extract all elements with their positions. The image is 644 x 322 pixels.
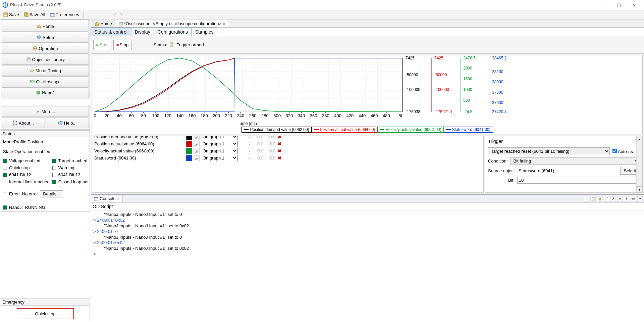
- channel-graph-select[interactable]: On graph 1: [201, 136, 238, 140]
- channel-name: Velocity actual value (606C:00): [94, 148, 185, 153]
- channel-color-swatch[interactable]: [186, 141, 192, 147]
- minimize-button[interactable]: ─: [596, 0, 611, 10]
- sub-tab-status-control[interactable]: Status & control: [91, 28, 131, 36]
- console-tool-4-icon[interactable]: 📄: [604, 196, 609, 201]
- channel-bracket-left-icon[interactable]: ⌐: [239, 155, 245, 160]
- save-button[interactable]: Save: [1, 11, 21, 18]
- legend-item[interactable]: Statusword (6041:00): [444, 127, 493, 133]
- channel-graph-select[interactable]: On graph 1: [201, 141, 238, 147]
- channel-bracket-left-icon[interactable]: ⌐: [239, 136, 245, 139]
- console-tab[interactable]: Console ✕: [92, 195, 123, 202]
- plot-area[interactable]: 0204060801001201401601802002202402602803…: [94, 57, 402, 121]
- console-tool-9-icon[interactable]: ▾: [637, 196, 643, 201]
- sub-tab-samples[interactable]: Samples: [192, 28, 217, 36]
- trigger-header: Trigger: [488, 139, 640, 144]
- channel-bracket-right-icon[interactable]: ¬: [246, 136, 251, 139]
- console-icon: [94, 197, 98, 201]
- bit-input[interactable]: [517, 177, 640, 184]
- channel-color-swatch[interactable]: [186, 155, 192, 161]
- oscilloscope-icon: [30, 79, 35, 84]
- svg-text:200: 200: [213, 113, 220, 118]
- channel-delete-button[interactable]: ✖: [277, 148, 282, 153]
- auto-rearm-label[interactable]: Auto-rearm: [612, 149, 640, 154]
- channel-bracket-right-icon[interactable]: ¬: [246, 155, 251, 160]
- channel-bracket-left-icon[interactable]: ⌐: [239, 141, 245, 146]
- trigger-preset-select[interactable]: Target reached reset (6041 bit 10 fallin…: [488, 147, 610, 155]
- sub-tab-configurations[interactable]: Configurations: [154, 28, 192, 36]
- nav-home[interactable]: Home: [2, 21, 89, 32]
- channel-delete-button[interactable]: ✖: [277, 141, 282, 146]
- svg-text:420: 420: [346, 113, 354, 118]
- nav-operation[interactable]: Operation: [2, 43, 89, 54]
- source-object-value: Statusword (6041): [519, 168, 618, 173]
- trigger-condition-select[interactable]: Bit falling: [511, 157, 640, 165]
- editor-tab-oscilloscope[interactable]: *Oscilloscope: <Empty oscilloscope confi…: [116, 20, 229, 27]
- nav-setup[interactable]: Setup: [2, 32, 89, 43]
- close-button[interactable]: ✕: [626, 0, 641, 10]
- preferences-button[interactable]: Preferences: [48, 11, 81, 18]
- scroll-up-icon[interactable]: ▴: [636, 136, 642, 142]
- svg-text:400: 400: [334, 113, 341, 118]
- channel-edit-button[interactable]: [194, 136, 200, 140]
- channel-delete-button[interactable]: ✖: [277, 136, 282, 139]
- undo-icon[interactable]: [113, 12, 118, 17]
- scroll-down-icon[interactable]: ▾: [636, 186, 642, 192]
- console-close-icon[interactable]: ✕: [117, 197, 120, 200]
- nav-oscilloscope[interactable]: Oscilloscope: [2, 76, 89, 87]
- svg-text:?: ?: [59, 121, 61, 125]
- console-tool-2-icon[interactable]: 📋: [590, 196, 596, 201]
- channel-graph-select[interactable]: On graph 1: [201, 148, 238, 154]
- console-tool-8-icon[interactable]: ▭: [631, 196, 636, 201]
- svg-text:506: 506: [398, 113, 402, 118]
- channel-edit-button[interactable]: [194, 148, 200, 154]
- error-details-button[interactable]: Details...: [40, 190, 63, 197]
- start-button[interactable]: ▶Start: [93, 40, 111, 50]
- sub-tab-display[interactable]: Display: [131, 28, 154, 36]
- channel-edit-button[interactable]: [194, 141, 200, 147]
- console-body[interactable]: "NanoJ Inputs - NanoJ Input #1" set to 0…: [91, 211, 644, 322]
- svg-rect-13: [30, 80, 34, 83]
- legend-item[interactable]: Position actual value (6064:00): [312, 127, 378, 133]
- channel-delete-button[interactable]: ✖: [277, 155, 282, 160]
- save-label: Save: [9, 12, 19, 17]
- nav-help[interactable]: ?Help...: [46, 118, 89, 128]
- channel-bracket-left-icon[interactable]: ⌐: [239, 148, 245, 153]
- nav-motor-tuning[interactable]: Motor Tuning: [2, 65, 89, 76]
- channel-graph-select[interactable]: On graph 1: [201, 155, 238, 161]
- channel-name: Statusword (6041:00): [94, 155, 185, 160]
- svg-rect-112: [94, 197, 98, 198]
- svg-text:20: 20: [105, 113, 109, 118]
- console-tool-5-icon[interactable]: ↗: [610, 196, 616, 201]
- console-tool-6-icon[interactable]: ▭: [617, 196, 623, 201]
- channel-color-swatch[interactable]: [186, 148, 192, 154]
- auto-rearm-checkbox[interactable]: [612, 149, 617, 153]
- quick-stop-button[interactable]: Quick stop: [17, 308, 74, 319]
- editor-tab-home[interactable]: Home: [92, 20, 115, 27]
- flag-box: [52, 159, 56, 163]
- redo-icon[interactable]: [118, 12, 123, 17]
- close-tab-icon[interactable]: ✕: [223, 22, 226, 26]
- flag-label: Internal limit reached: [9, 179, 50, 184]
- nav-more[interactable]: +More...: [2, 106, 89, 117]
- legend-item[interactable]: Velocity actual value (606C:00): [377, 127, 443, 133]
- console-tool-3-icon[interactable]: 🔒: [597, 196, 602, 201]
- save-all-button[interactable]: Save All: [22, 11, 47, 18]
- channel-bracket-right-icon[interactable]: ¬: [246, 148, 251, 153]
- main-toolbar: Save Save All Preferences: [0, 10, 644, 19]
- nav-nanoj[interactable]: NanoJ: [2, 87, 89, 98]
- channel-bracket-right-icon[interactable]: ¬: [246, 141, 251, 146]
- channel-color-swatch[interactable]: [186, 136, 192, 140]
- channel-value-2: 0.0: [265, 141, 275, 146]
- console-tool-1-icon[interactable]: ↔: [584, 196, 589, 201]
- console-tool-7-icon[interactable]: ▾: [624, 196, 629, 201]
- nav-about[interactable]: About...: [2, 118, 45, 128]
- condition-label: Condition:: [488, 158, 508, 164]
- legend-item[interactable]: Position demand value (6062:00): [241, 127, 311, 133]
- title-bar: Plug & Drive Studio (2.0.5) ─ ▢ ✕: [0, 0, 644, 10]
- channel-edit-button[interactable]: [194, 155, 200, 161]
- stop-button[interactable]: ■Stop: [113, 40, 131, 50]
- maximize-button[interactable]: ▢: [611, 0, 626, 10]
- trigger-scrollbar[interactable]: ▴ ▾: [636, 136, 642, 192]
- nav-object-dictionary[interactable]: Object dictionary: [2, 54, 89, 65]
- status-state: State:Operation enabled: [3, 149, 88, 154]
